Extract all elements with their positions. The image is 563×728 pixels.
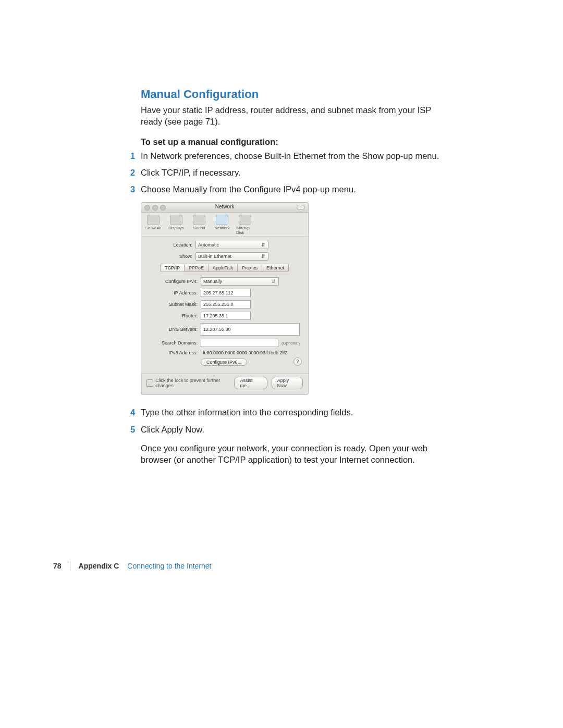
location-value: Automatic: [198, 242, 219, 248]
toolbar-label: Network: [214, 226, 229, 230]
toolbar-displays[interactable]: Displays: [167, 215, 185, 235]
show-value: Built-in Ethernet: [198, 254, 231, 259]
tab-proxies[interactable]: Proxies: [237, 264, 262, 272]
tab-bar: TCP/IP PPPoE AppleTalk Proxies Ethernet: [146, 264, 303, 272]
dns-servers-field[interactable]: 12.207.55.80: [201, 323, 300, 336]
ipv6-address-label: IPv6 Address:: [150, 350, 201, 355]
toolbar-label: Show All: [145, 226, 162, 230]
ip-address-label: IP Address:: [150, 290, 201, 295]
search-domains-label: Search Domains:: [150, 340, 201, 346]
toolbar-sound[interactable]: Sound: [190, 215, 208, 235]
steps-list-a: In Network preferences, choose Built-in …: [141, 150, 454, 195]
chevron-updown-icon: ⇵: [261, 254, 266, 259]
configure-ipv4-label: Configure IPv4:: [150, 279, 201, 284]
router-field[interactable]: 17.205.35.1: [201, 312, 251, 320]
prefs-toolbar: Show All Displays Sound Network Startup …: [141, 213, 308, 237]
panel-footer: Click the lock to prevent further change…: [141, 373, 308, 394]
dns-servers-label: DNS Servers:: [150, 327, 201, 332]
displays-icon: [170, 215, 182, 225]
step-item: Type the other information into the corr…: [141, 406, 454, 418]
appendix-label: Appendix C: [79, 562, 119, 570]
lock-text: Click the lock to prevent further change…: [155, 378, 234, 388]
location-select[interactable]: Automatic ⇵: [195, 241, 268, 249]
chapter-title: Connecting to the Internet: [127, 562, 211, 570]
optional-hint: (Optional): [282, 341, 300, 346]
footer-separator: [70, 561, 70, 571]
toolbar-toggle-icon[interactable]: [297, 205, 305, 210]
configure-ipv4-select[interactable]: Manually ⇵: [201, 277, 279, 286]
show-select[interactable]: Built-in Ethernet ⇵: [195, 252, 268, 261]
page-footer: 78 Appendix C Connecting to the Internet: [53, 561, 211, 571]
subnet-mask-field[interactable]: 255.255.255.0: [201, 300, 251, 309]
window-titlebar: Network: [141, 203, 308, 213]
steps-list-b: Type the other information into the corr…: [141, 406, 454, 435]
lock-row[interactable]: Click the lock to prevent further change…: [146, 378, 234, 388]
assist-me-button[interactable]: Assist me...: [234, 377, 267, 389]
toolbar-label: Displays: [168, 226, 184, 230]
tcpip-panel: Configure IPv4: Manually ⇵ IP Address: 2…: [146, 276, 303, 369]
router-label: Router:: [150, 313, 201, 318]
tab-pppoe[interactable]: PPPoE: [184, 264, 209, 272]
chevron-updown-icon: ⇵: [271, 279, 276, 284]
content-column: Manual Configuration Have your static IP…: [141, 88, 454, 475]
network-prefs-window: Network Show All Displays Sound: [141, 202, 309, 395]
section-title: Manual Configuration: [141, 88, 454, 101]
ip-address-field[interactable]: 205.27.85.112: [201, 289, 251, 297]
step-item: Click TCP/IP, if necessary.: [141, 167, 454, 178]
chevron-updown-icon: ⇵: [261, 242, 266, 248]
tab-tcpip[interactable]: TCP/IP: [160, 264, 185, 272]
toolbar-show-all[interactable]: Show All: [144, 215, 162, 235]
toolbar-startup-disk[interactable]: Startup Disk: [236, 215, 254, 235]
show-all-icon: [147, 215, 160, 225]
intro-paragraph: Have your static IP address, router addr…: [141, 104, 454, 128]
tab-appletalk[interactable]: AppleTalk: [208, 264, 238, 272]
network-icon: [216, 215, 228, 225]
step-item: Click Apply Now.: [141, 424, 454, 435]
location-label: Location:: [146, 242, 195, 248]
step-item: Choose Manually from the Configure IPv4 …: [141, 183, 454, 195]
lock-icon: [146, 379, 153, 387]
step-item: In Network preferences, choose Built-in …: [141, 150, 454, 162]
apply-now-button[interactable]: Apply Now: [272, 377, 303, 389]
form-area: Location: Automatic ⇵ Show: Built-in Eth…: [141, 237, 308, 373]
tab-ethernet[interactable]: Ethernet: [262, 264, 289, 272]
configure-ipv4-value: Manually: [203, 279, 222, 284]
startup-disk-icon: [239, 215, 251, 225]
ipv6-address-value: fe80:0000:0000:0000:0000:93ff:fedb:2ff2: [201, 350, 287, 355]
search-domains-field[interactable]: [201, 339, 278, 347]
toolbar-network[interactable]: Network: [213, 215, 231, 235]
sound-icon: [193, 215, 205, 225]
document-page: Manual Configuration Have your static IP…: [0, 0, 563, 728]
window-title: Network: [141, 204, 308, 209]
toolbar-label: Startup Disk: [236, 226, 254, 235]
toolbar-label: Sound: [193, 226, 205, 230]
subnet-mask-label: Subnet Mask:: [150, 302, 201, 307]
show-label: Show:: [146, 254, 195, 259]
page-number: 78: [53, 562, 62, 570]
configure-ipv6-button[interactable]: Configure IPv6...: [201, 359, 247, 366]
sub-heading: To set up a manual configuration:: [141, 137, 454, 147]
outro-paragraph: Once you configure your network, your co…: [141, 442, 454, 466]
